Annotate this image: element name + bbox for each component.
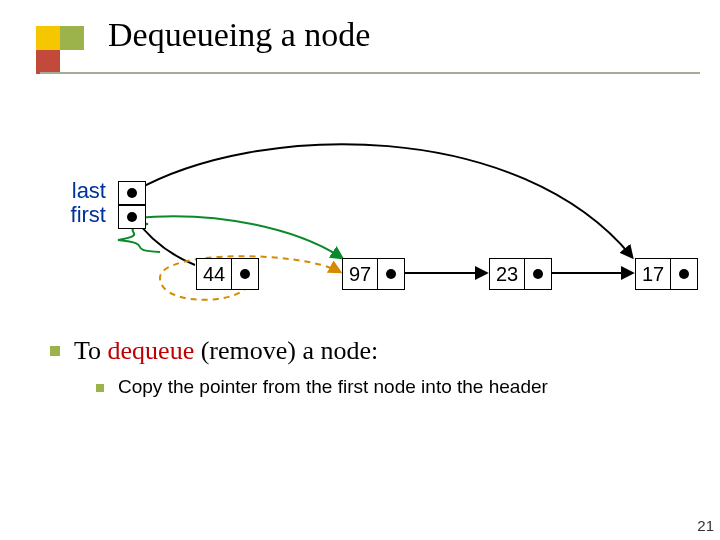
arrow-last-to-17: [133, 144, 632, 257]
node-value: 17: [636, 259, 671, 289]
node-value: 23: [490, 259, 525, 289]
node-pointer-cell: [671, 259, 697, 289]
node-3: 17: [635, 258, 698, 290]
node-0: 44: [196, 258, 259, 290]
dot-icon: [127, 188, 137, 198]
dot-icon: [386, 269, 396, 279]
dot-icon: [127, 212, 137, 222]
bullet-main-suffix: (remove) a node:: [194, 336, 378, 365]
node-2: 23: [489, 258, 552, 290]
node-pointer-cell: [525, 259, 551, 289]
bullet-sub-text: Copy the pointer from the first node int…: [118, 376, 548, 398]
node-1: 97: [342, 258, 405, 290]
diagram-stage: last first 44 97 23 17: [0, 0, 720, 540]
node-value: 44: [197, 259, 232, 289]
node-pointer-cell: [232, 259, 258, 289]
bullet-main-prefix: To: [74, 336, 108, 365]
label-first: first: [54, 202, 106, 228]
node-value: 97: [343, 259, 378, 289]
dot-icon: [533, 269, 543, 279]
slide-number: 21: [697, 517, 714, 534]
bullet-main-row: To dequeue (remove) a node:: [50, 336, 378, 366]
bullet-sub-row: Copy the pointer from the first node int…: [96, 376, 548, 398]
bullet-icon: [50, 346, 60, 356]
bullet-icon: [96, 384, 104, 392]
bullet-main-text: To dequeue (remove) a node:: [74, 336, 378, 366]
label-last: last: [54, 178, 106, 204]
dot-icon: [240, 269, 250, 279]
header-cell-first: [118, 205, 146, 229]
bullet-main-action: dequeue: [108, 336, 195, 365]
arrow-first-to-97-new: [135, 216, 342, 258]
node-pointer-cell: [378, 259, 404, 289]
dot-icon: [679, 269, 689, 279]
header-cell-last: [118, 181, 146, 205]
